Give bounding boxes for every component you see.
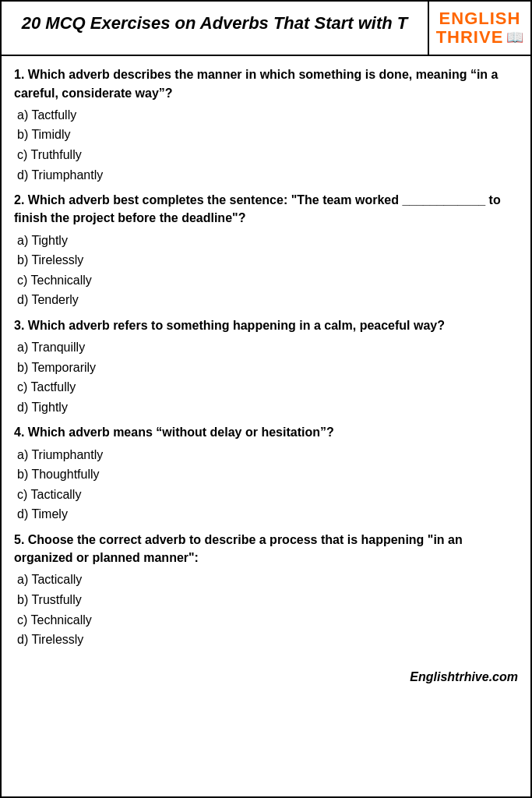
- footer-text: Englishtrhive.com: [410, 670, 518, 683]
- header: 20 MCQ Exercises on Adverbs That Start w…: [2, 2, 530, 56]
- question-4-option-c: c) Tactically: [14, 485, 518, 505]
- logo-thrive: THRIVE: [436, 28, 504, 47]
- question-2-option-a: a) Tightly: [14, 231, 518, 251]
- logo-english: ENGLISH: [439, 9, 521, 28]
- book-icon: 📖: [506, 29, 523, 46]
- question-4: 4. Which adverb means “without delay or …: [14, 423, 518, 524]
- question-2-option-d: d) Tenderly: [14, 290, 518, 310]
- question-3: 3. Which adverb refers to something happ…: [14, 316, 518, 418]
- question-5-text: 5. Choose the correct adverb to describe…: [14, 531, 518, 567]
- question-3-option-a: a) Tranquilly: [14, 337, 518, 358]
- question-5: 5. Choose the correct adverb to describe…: [14, 531, 518, 650]
- question-5-option-b: b) Trustfully: [14, 590, 518, 610]
- question-5-option-a: a) Tactically: [14, 570, 518, 590]
- question-1-option-c: c) Truthfully: [14, 145, 518, 165]
- question-5-option-c: c) Technically: [14, 610, 518, 630]
- question-2-option-c: c) Technically: [14, 270, 518, 291]
- question-2: 2. Which adverb best completes the sente…: [14, 191, 518, 310]
- question-1-option-b: b) Timidly: [14, 125, 518, 145]
- question-1-text: 1. Which adverb describes the manner in …: [14, 65, 518, 101]
- page-title: 20 MCQ Exercises on Adverbs That Start w…: [14, 12, 415, 35]
- question-1-option-d: d) Triumphantly: [14, 165, 518, 185]
- question-5-option-d: d) Tirelessly: [14, 630, 518, 650]
- footer: Englishtrhive.com: [2, 666, 530, 692]
- question-4-text: 4. Which adverb means “without delay or …: [14, 423, 518, 441]
- question-2-option-b: b) Tirelessly: [14, 250, 518, 270]
- question-1: 1. Which adverb describes the manner in …: [14, 65, 518, 185]
- page-container: 20 MCQ Exercises on Adverbs That Start w…: [0, 0, 532, 798]
- content-area: 1. Which adverb describes the manner in …: [2, 56, 530, 665]
- question-3-option-b: b) Temporarily: [14, 358, 518, 378]
- question-4-option-b: b) Thoughtfully: [14, 464, 518, 485]
- question-2-text: 2. Which adverb best completes the sente…: [14, 191, 518, 227]
- header-title-area: 20 MCQ Exercises on Adverbs That Start w…: [2, 2, 429, 55]
- question-3-option-d: d) Tightly: [14, 397, 518, 418]
- question-4-option-a: a) Triumphantly: [14, 445, 518, 465]
- question-4-option-d: d) Timely: [14, 504, 518, 524]
- header-logo: ENGLISH THRIVE 📖: [429, 2, 530, 55]
- question-3-text: 3. Which adverb refers to something happ…: [14, 316, 518, 334]
- question-1-option-a: a) Tactfully: [14, 105, 518, 125]
- question-3-option-c: c) Tactfully: [14, 377, 518, 397]
